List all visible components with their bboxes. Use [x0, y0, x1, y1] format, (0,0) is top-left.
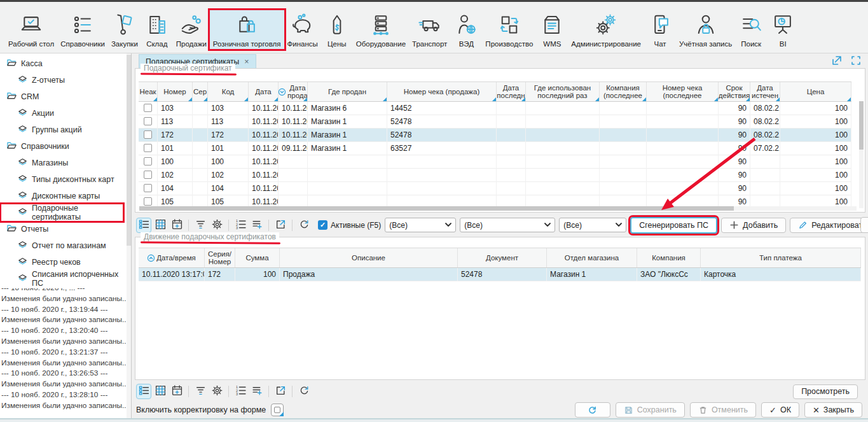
fullscreen-icon[interactable]	[850, 55, 862, 69]
ribbon-item-production[interactable]: Производство	[482, 10, 536, 49]
movements-column-header[interactable]: Компания	[637, 248, 701, 267]
movements-column-header[interactable]: Тип платежа	[701, 248, 861, 267]
toolbar-calendar-button[interactable]	[169, 218, 184, 233]
row-checkbox[interactable]	[144, 157, 152, 165]
row-checkbox[interactable]	[144, 130, 152, 139]
certificates-column-header[interactable]: Дата последн	[497, 82, 526, 101]
ribbon-item-admin[interactable]: Администрирование	[568, 10, 644, 49]
sidebar-item-Касса[interactable]: Касса	[0, 55, 131, 72]
row-checkbox[interactable]	[144, 197, 152, 206]
sidebar-item-CRM[interactable]: CRM	[0, 88, 131, 105]
horizontal-scrollbar[interactable]	[139, 206, 857, 211]
edit-button[interactable]: Редактировать	[790, 218, 868, 233]
tab-close-icon[interactable]: ×	[244, 57, 249, 66]
sidebar-item-Z-отчеты[interactable]: Z-отчеты	[0, 72, 131, 88]
ribbon-item-warehouse[interactable]: Склад	[141, 10, 173, 49]
row-checkbox[interactable]	[144, 184, 152, 192]
certificates-column-header[interactable]: Код	[208, 82, 249, 101]
toolbar-grid-button[interactable]	[153, 384, 168, 399]
ribbon-item-catalog[interactable]: Справочники	[57, 10, 108, 49]
ribbon-item-finance[interactable]: Финансы	[284, 10, 321, 49]
toolbar-filter-button[interactable]	[193, 384, 208, 399]
sidebar-item-Группы акций[interactable]: Группы акций	[0, 122, 131, 138]
certificates-row[interactable]: 10210210.11.2090100	[139, 169, 851, 182]
ribbon-item-ved[interactable]: ВЭД	[450, 10, 482, 49]
sidebar-scrollbar-thumb[interactable]	[127, 55, 131, 246]
sidebar-item-Справочники[interactable]: Справочники	[0, 138, 131, 155]
vertical-scrollbar-thumb[interactable]	[859, 101, 864, 150]
certificates-column-header[interactable]: Номер чека (последнее	[647, 82, 719, 101]
sidebar-item-Типы дисконтных карт[interactable]: Типы дисконтных карт	[0, 171, 131, 188]
movements-column-header[interactable]: Дата/время	[139, 248, 205, 267]
certificates-column-header[interactable]: Номер	[158, 82, 193, 101]
toolbar-numbered-button[interactable]: 123	[233, 218, 248, 233]
certificates-column-header[interactable]: Номер чека (продажа)	[387, 82, 497, 101]
row-checkbox[interactable]	[144, 117, 152, 125]
filter-dropdown-3[interactable]: (Все)	[559, 218, 626, 232]
sidebar-scrollbar[interactable]	[127, 53, 131, 422]
ribbon-item-sales[interactable]: Продажи	[173, 10, 210, 49]
sidebar-item-Реестр чеков[interactable]: Реестр чеков	[0, 254, 131, 271]
toolbar-list-view-button[interactable]	[136, 218, 151, 233]
ribbon-item-bi[interactable]: BI	[767, 10, 799, 49]
sidebar-item-Отчет по магазинам[interactable]: Отчет по магазинам	[0, 237, 131, 254]
save-button[interactable]: Сохранить	[616, 402, 685, 418]
generate-certificate-button[interactable]: Сгенерировать ПС	[630, 217, 717, 234]
certificates-row[interactable]: 10310310.11.2010.11.20Магазин 6144529008…	[139, 102, 851, 115]
row-checkbox[interactable]	[144, 171, 152, 179]
sidebar-item-Списания испорченных ПС[interactable]: Списания испорченных ПС	[0, 271, 131, 287]
toolbar-list-view-button[interactable]	[136, 384, 151, 399]
toolbar-reload-button[interactable]	[296, 384, 312, 399]
toolbar-numbered-button[interactable]: 123	[233, 384, 248, 399]
active-filter[interactable]: Активные (F5)	[318, 220, 381, 230]
certificates-row[interactable]: 10410410.11.2090100	[139, 182, 851, 195]
ribbon-item-equipment[interactable]: Оборудование	[353, 10, 409, 49]
certificates-column-header[interactable]: Где использован последний раз	[526, 82, 600, 101]
sidebar-item-Подарочные сертификаты[interactable]: Подарочные сертификаты	[1, 204, 123, 221]
ribbon-item-retail[interactable]: Розничная торговля	[210, 10, 284, 49]
toolbar-export-button[interactable]	[273, 384, 288, 399]
row-checkbox[interactable]	[144, 104, 152, 112]
close-button[interactable]: Закрыть	[804, 402, 862, 418]
movements-column-header[interactable]: Серия/Номер	[205, 248, 235, 267]
certificates-column-header[interactable]: Дата истечен	[750, 82, 780, 101]
movements-row[interactable]: 10.11.2020 13:17:02172100Продажа52478Маг…	[139, 268, 861, 281]
ribbon-item-purchases[interactable]: Закупки	[108, 10, 141, 49]
movements-column-header[interactable]: Документ	[458, 248, 547, 267]
toolbar-calendar-button[interactable]	[169, 384, 184, 399]
certificates-column-header[interactable]: Дата	[249, 82, 279, 101]
certificates-column-header[interactable]: Неак	[139, 82, 158, 101]
certificates-column-header[interactable]: Сер	[193, 82, 208, 101]
toolbar-reload-button[interactable]	[296, 218, 312, 233]
ribbon-item-account[interactable]: Учётная запись	[676, 10, 735, 49]
row-checkbox[interactable]	[144, 144, 152, 152]
certificates-column-header[interactable]: Дата прода	[279, 82, 308, 101]
ribbon-item-chat[interactable]: Чат	[644, 10, 676, 49]
ribbon-item-search[interactable]: Поиск	[735, 10, 767, 49]
ribbon-item-desktop[interactable]: Рабочий стол	[5, 10, 57, 49]
certificates-column-header[interactable]: Компания (последнее	[600, 82, 647, 101]
certificates-column-header[interactable]: Срок действия	[719, 82, 750, 101]
ok-button[interactable]: ОК	[761, 402, 799, 418]
horizontal-scrollbar-thumb[interactable]	[139, 206, 734, 211]
certificates-column-header[interactable]: Где продан	[308, 82, 387, 101]
sidebar-item-Отчеты[interactable]: Отчеты	[0, 221, 131, 237]
filter-dropdown-2[interactable]: (Все)	[460, 218, 555, 232]
ribbon-item-wms[interactable]: WMS	[536, 10, 568, 49]
clipped-button[interactable]	[860, 217, 868, 233]
correction-checkbox[interactable]	[271, 404, 284, 416]
toolbar-filter-button[interactable]	[193, 218, 208, 233]
vertical-scrollbar[interactable]	[859, 101, 864, 208]
certificates-row[interactable]: 10110110.11.2009.11.20Магазин 1635279007…	[139, 142, 851, 155]
sidebar-item-Акции[interactable]: Акции	[0, 105, 131, 122]
refresh-button[interactable]	[575, 402, 610, 418]
movements-column-header[interactable]: Сумма	[235, 248, 280, 267]
filter-dropdown-1[interactable]: (Все)	[385, 218, 456, 232]
cancel-button[interactable]: Отменить	[690, 402, 756, 418]
toolbar-list-add-button[interactable]	[249, 218, 265, 233]
toolbar-gear-button[interactable]	[209, 384, 224, 399]
certificates-row[interactable]: 10010010.11.2090100	[139, 155, 851, 169]
checkbox-checked-icon[interactable]	[318, 220, 327, 230]
add-button[interactable]: Добавить	[721, 218, 786, 233]
movements-column-header[interactable]: Описание	[280, 248, 458, 267]
